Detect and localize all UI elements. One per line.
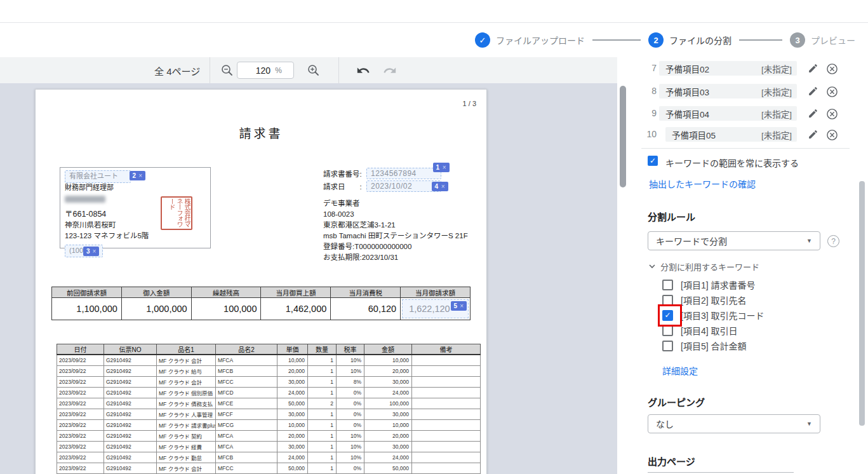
detail-header: 単価 [277,344,308,355]
item-pill[interactable]: 予備項目03 [未指定] [659,84,797,98]
zoom-level-input[interactable]: % [237,62,294,79]
tag-close-icon[interactable]: × [443,163,446,172]
output-pages-input-partial[interactable] [648,472,794,473]
detail-row: 2023/09/22G2910492MF クラウド 会計MFCA10,00011… [57,355,481,365]
tag-close-icon[interactable]: × [460,302,464,310]
divider [641,148,850,149]
detail-cell [412,430,481,441]
step-file-upload[interactable]: ✓ ファイルアップロード [475,32,585,48]
detail-cell [412,376,481,387]
detail-cell: MFCE [216,398,277,409]
item-number: 8 [641,86,657,96]
percent-label: % [275,66,282,75]
detail-cell: MF クラウド 請求書plus [157,419,216,430]
detail-cell: 2023/09/22 [57,365,104,376]
keyword-tag-2[interactable]: 2× [130,171,145,180]
detail-header: 日付 [57,344,104,355]
item-pill[interactable]: 予備項目02 [未指定] [659,61,797,76]
keyword-checkbox-5[interactable] [662,341,673,351]
edit-pencil-icon[interactable] [808,86,819,97]
invoice-detail-table: 日付伝票NO品名1品名2単価数量税率金額備考 2023/09/22G291049… [57,344,481,474]
item-pill[interactable]: 予備項目05 [未指定] [665,127,797,142]
detail-cell: 20,000 [364,430,412,441]
edit-pencil-icon[interactable] [808,63,819,74]
remove-circle-x-icon[interactable] [826,86,838,97]
edit-pencil-icon[interactable] [808,108,819,119]
item-pill[interactable]: 予備項目04 [未指定] [659,106,797,121]
remove-circle-x-icon[interactable] [826,129,838,140]
zoom-out-icon[interactable] [220,64,234,77]
keyword-field-total-amount[interactable]: 1,622,120 5× [402,299,469,318]
tag-close-icon[interactable]: × [93,247,97,255]
edit-pencil-icon[interactable] [808,129,819,140]
chevron-down-icon: ▼ [806,421,812,427]
tag-number: 4 [435,182,439,191]
undo-icon[interactable] [356,64,370,77]
detail-cell: MFCF [216,409,277,419]
detail-cell: 1 [308,409,337,419]
advanced-settings-link[interactable]: 詳細設定 [662,364,698,377]
detail-cell: G2910492 [104,419,157,430]
toolbar-divider [338,57,339,83]
check-icon: ✓ [650,157,656,165]
keyword-tag-4[interactable]: 4× [432,182,448,191]
detail-cell: MF クラウド 債務支払 [157,398,216,409]
step-number-3: 3 [790,32,805,48]
keywords-collapse-toggle[interactable]: 分割に利用するキーワード [649,261,759,273]
invoice-page: 1 / 3 請求書 有限会社ユート 2× 財務部門経理部 〒661-0854 [35,89,487,474]
detail-cell: MFCA [216,355,277,365]
detail-cell: 2023/09/22 [57,376,104,387]
tag-close-icon[interactable]: × [138,172,142,180]
tag-number: 2 [133,172,137,180]
detail-cell: 20,000 [277,430,308,441]
detail-cell: 30,000 [277,441,308,452]
detail-cell: MFCB [216,365,277,376]
detail-header: 数量 [308,344,337,355]
detail-cell: MF クラウド 会計 [157,376,216,387]
invoice-date-label: 請求日 : [323,181,366,191]
billto-registration: 登録番号:T0000000000000 [323,241,468,252]
content-area: 全 4ページ % [0,57,868,474]
help-icon[interactable]: ? [827,235,839,247]
keyword-checkbox-1[interactable] [662,280,673,290]
detail-row: 2023/09/22G2910492MF クラウド 請求書plusMFCG10,… [57,419,481,430]
zoom-value-field[interactable] [249,65,270,76]
keyword-tag-3[interactable]: 3× [83,247,99,256]
detail-cell: 2023/09/22 [57,463,104,473]
keyword-checkbox-2[interactable] [662,295,673,306]
split-rule-select[interactable]: キーワードで分割 ▼ [648,231,820,250]
keyword-field-vendor-name[interactable]: 有限会社ユート 2× [65,170,131,183]
detail-cell: G2910492 [104,452,157,463]
invoice-summary-table: 前回御請求額 御入金額 繰越残高 当月御買上額 当月消費税 当月御請求額 1,1… [51,287,471,320]
zoom-in-icon[interactable] [307,64,320,77]
billto-company: デモ事業者 [323,198,468,209]
redo-icon[interactable] [383,64,396,77]
detail-cell: 50,000 [364,463,412,473]
sidebar-scrollbar-thumb[interactable] [859,181,865,426]
keyword-tag-5[interactable]: 5× [451,301,467,311]
always-show-checkbox[interactable]: ✓ [648,156,658,166]
detail-cell: 10% [337,430,364,441]
step-file-split[interactable]: 2 ファイルの分割 [648,32,731,48]
detail-cell: 30,000 [364,441,412,452]
keyword-checkbox-4[interactable] [662,325,673,336]
detail-cell: MFCC [216,463,277,473]
keyword-tag-1[interactable]: 1× [433,163,450,172]
detail-cell: 10,000 [364,419,412,430]
extracted-keywords-link[interactable]: 抽出したキーワードの確認 [649,177,756,190]
remove-circle-x-icon[interactable] [826,108,838,119]
remove-circle-x-icon[interactable] [826,63,838,74]
detail-cell [412,441,481,452]
keyword-field-invoice-no[interactable]: 1234567894 1× [366,168,441,179]
grouping-select[interactable]: なし ▼ [648,414,820,433]
keyword-field-vendor-code[interactable]: (1000 3× [65,245,103,257]
stepper-connector [739,39,782,41]
step-preview[interactable]: 3 プレビュー [790,32,855,48]
detail-cell: 10% [337,365,364,376]
document-scrollbar-thumb[interactable] [620,86,626,187]
keyword-field-invoice-date[interactable]: 2023/10/02 4× [366,180,441,192]
keyword-option-label: [項目4] 取引日 [681,324,737,337]
detail-cell: 2023/09/22 [57,430,104,441]
tag-close-icon[interactable]: × [441,182,445,191]
item-number: 10 [641,129,657,139]
